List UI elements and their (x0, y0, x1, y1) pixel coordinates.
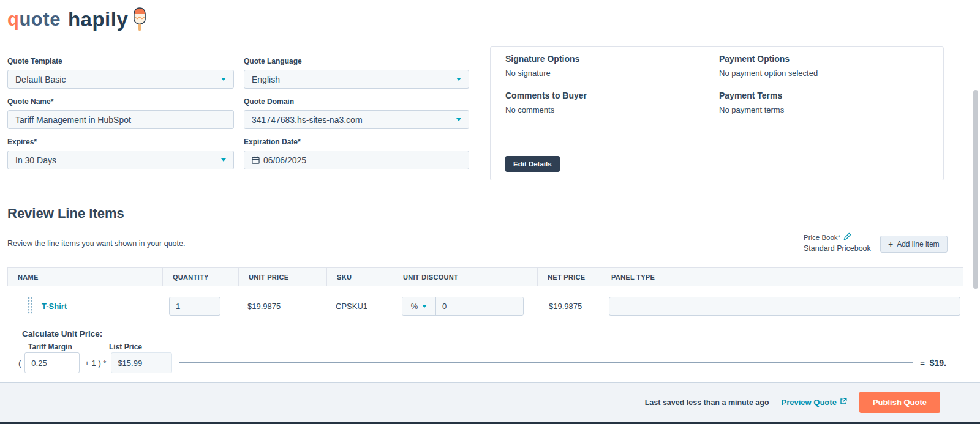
tariff-margin-input[interactable] (24, 352, 80, 373)
net-price-cell: $19.9875 (537, 286, 600, 325)
review-line-items-title: Review Line Items (7, 206, 124, 221)
expiration-date-value: 06/06/2025 (263, 155, 306, 165)
expires-select[interactable]: In 30 Days (7, 151, 234, 169)
edit-details-button[interactable]: Edit Details (505, 156, 560, 172)
signature-options-title: Signature Options (505, 54, 587, 64)
quote-language-value: English (252, 75, 280, 84)
bottom-border-bar (0, 422, 980, 424)
calc-result-value: $19. (930, 358, 946, 368)
col-header-unit-price: UNIT PRICE (238, 268, 326, 286)
quote-language-label: Quote Language (244, 57, 469, 65)
list-price-box: $15.99 (111, 352, 172, 373)
formula-middle-text: + 1 ) * (85, 359, 106, 368)
tariff-margin-label: Tariff Margin (28, 343, 72, 351)
chevron-down-icon (221, 158, 226, 162)
panel-type-input[interactable] (609, 297, 960, 316)
pencil-icon[interactable] (843, 232, 851, 242)
chevron-down-icon (456, 118, 461, 121)
publish-quote-button[interactable]: Publish Quote (859, 392, 940, 413)
payment-options-title: Payment Options (719, 54, 818, 64)
last-saved-status: Last saved less than a minute ago (645, 398, 769, 407)
calc-formula-row: ( + 1 ) * $15.99 = $19. (18, 352, 946, 373)
popsicle-icon (132, 6, 148, 33)
unit-price-cell: $19.9875 (238, 286, 326, 325)
comments-to-buyer-value: No comments (505, 105, 587, 114)
quote-domain-value: 341747683.hs-sites-na3.com (252, 115, 363, 125)
preview-quote-link[interactable]: Preview Quote (782, 398, 847, 407)
payment-options-value: No payment option selected (719, 69, 818, 78)
open-paren-text: ( (18, 359, 21, 368)
price-book-block: Price Book* Standard Pricebook (804, 232, 871, 253)
section-divider (0, 195, 980, 195)
table-row: T-Shirt $19.9875 CPSKU1 % $19.9875 (7, 286, 963, 325)
quote-template-value: Default Basic (15, 75, 66, 84)
logo-q-letter: q (7, 9, 19, 30)
discount-value-input[interactable] (436, 297, 523, 315)
sku-cell: CPSKU1 (326, 286, 392, 325)
logo: quote hapily (7, 6, 148, 33)
logo-hapily-text: hapily (68, 8, 128, 31)
field-expires: Expires* In 30 Days (7, 138, 234, 169)
quote-domain-select[interactable]: 341747683.hs-sites-na3.com (244, 110, 469, 129)
details-left-column: Signature Options No signature Comments … (505, 47, 587, 114)
price-book-label-row: Price Book* (804, 232, 871, 242)
quote-template-select[interactable]: Default Basic (7, 70, 234, 89)
field-expiration-date: Expiration Date* 06/06/2025 (244, 138, 469, 169)
price-book-label: Price Book* (804, 234, 840, 241)
formula-line (179, 362, 913, 363)
quantity-input[interactable] (169, 297, 221, 316)
preview-quote-label: Preview Quote (782, 398, 837, 407)
discount-unit-select[interactable]: % (402, 297, 436, 315)
logo-uote-letters: uote (19, 9, 60, 30)
quantity-cell (162, 286, 238, 325)
quote-domain-label: Quote Domain (244, 97, 469, 106)
col-header-sku: SKU (326, 268, 393, 286)
details-right-column: Payment Options No payment option select… (719, 47, 818, 114)
payment-terms-value: No payment terms (719, 105, 818, 114)
col-header-name: NAME (8, 268, 162, 286)
field-quote-template: Quote Template Default Basic (7, 57, 234, 89)
col-header-panel-type: PANEL TYPE (601, 268, 963, 286)
vertical-scrollbar[interactable] (973, 90, 978, 289)
quote-name-input[interactable] (7, 110, 234, 129)
quote-name-label: Quote Name* (7, 97, 234, 106)
calculate-unit-price-title: Calculate Unit Price: (22, 329, 102, 338)
chevron-down-icon (456, 78, 461, 81)
line-item-name-link[interactable]: T-Shirt (42, 302, 67, 311)
quote-language-select[interactable]: English (244, 70, 469, 89)
add-line-item-button[interactable]: + Add line item (880, 236, 948, 253)
col-header-net-price: NET PRICE (537, 268, 601, 286)
expiration-date-label: Expiration Date* (244, 138, 469, 146)
chevron-down-icon (422, 305, 427, 308)
col-header-quantity: QUANTITY (162, 268, 238, 286)
external-link-icon (840, 398, 847, 407)
chevron-down-icon (221, 78, 226, 81)
price-book-value: Standard Pricebook (804, 244, 871, 253)
field-quote-language: Quote Language English (244, 57, 469, 89)
unit-discount-cell: % (392, 286, 537, 325)
field-quote-name: Quote Name* (7, 97, 234, 129)
quote-editor-page: quote hapily Quote Template Default Basi… (0, 0, 980, 424)
line-items-table: NAME QUANTITY UNIT PRICE SKU UNIT DISCOU… (7, 267, 963, 325)
table-header-row: NAME QUANTITY UNIT PRICE SKU UNIT DISCOU… (7, 267, 963, 286)
expires-label: Expires* (7, 138, 234, 146)
panel-type-cell (600, 286, 963, 325)
expires-value: In 30 Days (15, 155, 56, 165)
list-price-label: List Price (109, 343, 142, 351)
review-line-items-subtitle: Review the line items you want shown in … (7, 239, 185, 248)
signature-options-value: No signature (505, 69, 587, 78)
footer-bar: Last saved less than a minute ago Previe… (0, 382, 980, 422)
logo-quote-text: quote (7, 9, 61, 31)
field-quote-domain: Quote Domain 341747683.hs-sites-na3.com (244, 97, 469, 129)
calendar-icon (252, 156, 260, 164)
comments-to-buyer-title: Comments to Buyer (505, 91, 587, 100)
plus-icon: + (888, 239, 893, 249)
equals-text: = (920, 359, 925, 368)
add-line-item-label: Add line item (897, 240, 939, 248)
payment-terms-title: Payment Terms (719, 91, 818, 100)
name-cell: T-Shirt (7, 286, 162, 325)
discount-control: % (402, 297, 524, 316)
col-header-unit-discount: UNIT DISCOUNT (393, 268, 537, 286)
expiration-date-picker[interactable]: 06/06/2025 (244, 151, 469, 169)
drag-handle-icon[interactable] (27, 296, 33, 316)
